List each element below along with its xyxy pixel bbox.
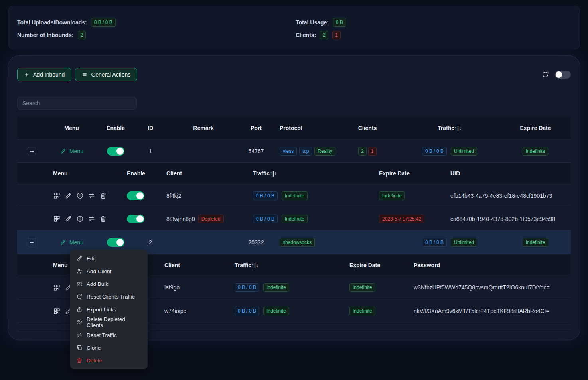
inbound-id: 2: [134, 239, 166, 246]
traffic-badge: 0 B / 0 B: [422, 147, 447, 156]
menu-item-add-bulk[interactable]: Add Bulk: [70, 278, 148, 290]
qr-code-icon[interactable]: [53, 284, 61, 291]
refresh-button[interactable]: [541, 71, 549, 79]
depleted-badge: Depleted: [198, 215, 224, 223]
enable-toggle[interactable]: [107, 238, 124, 247]
total-usage-label: Total Usage:: [296, 19, 329, 26]
delete-client-icon[interactable]: [99, 215, 107, 222]
reset-client-traffic-icon[interactable]: [88, 192, 95, 199]
inbound-id: 1: [134, 148, 166, 154]
client-enable-toggle[interactable]: [127, 215, 144, 223]
traffic-limit-badge: Indefinite: [263, 283, 289, 292]
edit-icon: [60, 239, 66, 246]
client-password: nkV/I/3XoAm9v6xMT/T5IcrF4TpeTKF98rHARbRo…: [405, 308, 571, 314]
edit-client-icon[interactable]: [65, 192, 72, 199]
menu-item-reset-traffic[interactable]: Reset Traffic: [70, 329, 148, 341]
menu-item-edit[interactable]: Edit: [70, 252, 148, 265]
enable-toggle[interactable]: [107, 147, 124, 156]
protocol-badge: Reality: [314, 147, 335, 156]
theme-toggle[interactable]: [555, 71, 571, 79]
client-row: 8f4kj2 0 B / 0 B Indefinite Indefinite e…: [17, 184, 571, 207]
add-inbound-label: Add Inbound: [33, 71, 65, 78]
menu-item-label: Add Bulk: [87, 281, 108, 287]
qr-code-icon[interactable]: [53, 215, 61, 222]
menu-item-delete[interactable]: Delete: [70, 354, 148, 367]
inbounds-count-label: Number of Inbounds:: [17, 32, 74, 38]
menu-item-label: Clone: [87, 345, 101, 351]
traffic-badge: 0 B / 0 B: [253, 191, 278, 200]
user-plus-icon: [76, 268, 83, 274]
expire-badge: Indefinite: [523, 147, 549, 156]
menu-item-clone[interactable]: Clone: [70, 341, 148, 354]
collapse-row-button[interactable]: [28, 238, 36, 246]
menu-item-add-client[interactable]: Add Client: [70, 265, 148, 278]
general-actions-button[interactable]: General Actions: [75, 68, 137, 81]
inbound-port: 20332: [241, 239, 272, 246]
header-protocol: Protocol: [272, 125, 335, 131]
header-id: ID: [134, 125, 166, 131]
header-menu: Menu: [46, 125, 97, 131]
user-x-icon: [76, 319, 83, 325]
traffic-badge: 0 B / 0 B: [235, 307, 259, 315]
clients-depleted-badge: 1: [332, 31, 341, 39]
collapse-row-button[interactable]: [28, 147, 36, 155]
traffic-limit-badge: Unlimited: [451, 147, 477, 156]
uploads-downloads-value: 0 B / 0 B: [91, 18, 116, 27]
qr-code-icon[interactable]: [53, 192, 61, 199]
qr-code-icon[interactable]: [53, 307, 61, 315]
client-info-icon[interactable]: [76, 192, 84, 199]
trash-icon: [76, 357, 83, 364]
expire-badge: 2023-5-7 17:25:42: [379, 215, 424, 223]
inbound-port: 54767: [241, 148, 272, 154]
header-uid: UID: [442, 170, 571, 177]
client-enable-toggle[interactable]: [127, 191, 144, 200]
header-traffic-sort[interactable]: Traffic↑|↓: [245, 170, 371, 177]
inbound-menu-label: Menu: [69, 239, 83, 246]
reset-icon: [76, 293, 83, 300]
client-password: w3NfbzUPf5WWd745Q8pvsmQrdrttT2IO6knuI7Di…: [405, 284, 571, 291]
header-port: Port: [241, 125, 272, 131]
expire-badge: Indefinite: [349, 283, 375, 292]
menu-item-label: Reset Clients Traffic: [87, 294, 135, 300]
traffic-limit-badge: Indefinite: [282, 191, 308, 200]
delete-client-icon[interactable]: [99, 192, 107, 199]
users-icon: [76, 281, 83, 287]
reset-client-traffic-icon[interactable]: [88, 215, 95, 222]
toggle-knob: [556, 71, 562, 78]
menu-item-export-links[interactable]: Export Links: [70, 303, 148, 316]
traffic-badge: 0 B / 0 B: [235, 283, 259, 292]
inbounds-table-header: Menu Enable ID Remark Port Protocol Clie…: [17, 117, 571, 139]
inbound-menu-label: Menu: [69, 148, 83, 154]
inbound-context-menu: Edit Add Client Add Bulk Reset Clients T…: [70, 250, 148, 369]
menu-item-label: Delete Depleted Clients: [87, 316, 142, 328]
xui-panel: Total Uploads/Downloads: 0 B / 0 B Numbe…: [0, 0, 588, 380]
menu-item-delete-depleted-clients[interactable]: Delete Depleted Clients: [70, 316, 148, 329]
client-name: 8f4kj2: [158, 193, 245, 199]
traffic-limit-badge: Unlimited: [451, 238, 477, 247]
search-input[interactable]: [17, 97, 137, 110]
add-inbound-button[interactable]: Add Inbound: [17, 68, 71, 81]
expire-badge: Indefinite: [379, 191, 405, 200]
inbound-menu-button[interactable]: Menu: [60, 239, 83, 246]
edit-client-icon[interactable]: [65, 215, 72, 222]
uploads-downloads-label: Total Uploads/Downloads:: [17, 19, 87, 26]
menu-item-label: Export Links: [87, 307, 116, 313]
menu-lines-icon: [82, 72, 87, 77]
traffic-limit-badge: Indefinite: [282, 215, 308, 223]
stat-clients: Clients: 2 1: [296, 30, 571, 40]
inbound-menu-button[interactable]: Menu: [60, 148, 83, 154]
header-traffic-sort[interactable]: Traffic↑|↓: [226, 262, 341, 268]
inbound-row-1: Menu 1 54767 vless tcp Reality 2 1 0 B /: [17, 139, 571, 162]
refresh-icon: [541, 71, 549, 79]
client-info-icon[interactable]: [76, 215, 84, 222]
header-password: Password: [405, 262, 571, 268]
pencil-icon: [76, 255, 83, 262]
protocol-badge: shadowsocks: [280, 238, 315, 247]
stat-number-of-inbounds: Number of Inbounds: 2: [17, 30, 296, 40]
menu-item-reset-clients-traffic[interactable]: Reset Clients Traffic: [70, 290, 148, 303]
client-table-1-header: Menu Enable Client Traffic↑|↓ Expire Dat…: [17, 162, 571, 184]
header-menu: Menu: [46, 170, 118, 177]
header-traffic-sort[interactable]: Traffic↑|↓: [399, 125, 500, 131]
client-uid: ca68470b-1940-437d-802b-1f9573e94598: [442, 216, 571, 222]
client-name: 8t3wjnn8p0: [166, 216, 195, 222]
